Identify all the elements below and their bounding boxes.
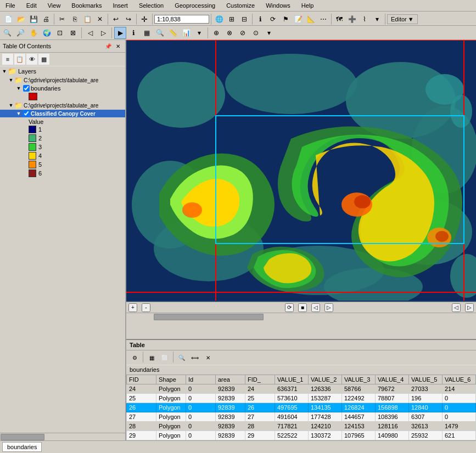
table-scroll-area[interactable]: FID Shape Id area FID_ VALUE_1 VALUE_2 V… [126,375,476,440]
more2-btn[interactable]: ▾ [371,13,383,25]
boundaries-checkbox[interactable] [23,85,30,92]
more3-btn[interactable]: ▾ [193,27,205,39]
flag-btn[interactable]: ⚑ [279,13,292,25]
folder1-expander[interactable]: ▼ [8,77,14,83]
zoom-full-btn[interactable]: ⊞ [226,13,238,25]
print-btn[interactable]: 🖨 [40,13,52,25]
refresh-btn[interactable]: ⟳ [267,13,279,25]
more4-btn[interactable]: ▾ [263,27,275,39]
menu-customize[interactable]: Customize [223,1,258,10]
folder2-item[interactable]: ▼ 📁 C:\gdrive\projects\tabulate_are [0,101,125,110]
globe-btn[interactable]: 🌐 [213,13,225,25]
menu-windows[interactable]: Windows [262,1,294,10]
more-btn[interactable]: ⋯ [317,13,329,25]
snap4-btn[interactable]: ⊙ [250,27,262,39]
menu-insert[interactable]: Insert [109,1,131,10]
table-clear-btn[interactable]: ⬜ [159,352,171,364]
map-progress-btn[interactable]: ◁ [311,303,320,312]
toc-select-btn[interactable]: ▦ [38,54,49,65]
table-row[interactable]: 24Polygon0928392463637112633658766796722… [127,384,476,394]
copy-btn[interactable]: ⎘ [69,13,81,25]
open-btn[interactable]: 📂 [15,13,27,25]
add-pt-btn[interactable]: ➕ [346,13,358,25]
fwd-btn[interactable]: ▷ [97,27,109,39]
table-zoom-btn[interactable]: 🔍 [176,352,188,364]
measure2-btn[interactable]: 📏 [167,27,179,39]
note-btn[interactable]: 📝 [292,13,304,25]
snap1-btn[interactable]: ⊕ [210,27,222,39]
table-delete-btn[interactable]: ✕ [202,352,214,364]
table-options-btn[interactable]: ⚙ [128,352,141,364]
menu-file[interactable]: File [2,1,19,10]
pan-btn[interactable]: ✋ [27,27,40,39]
measure-btn[interactable]: 📐 [305,13,317,25]
delete-btn[interactable]: ✕ [94,13,106,25]
graph-btn[interactable]: 📊 [180,27,192,39]
info-btn[interactable]: ℹ [127,27,139,39]
new-btn[interactable]: 📄 [2,13,14,25]
table-row[interactable]: 26Polygon0928392649769513413512682415689… [127,403,476,412]
menu-geoprocessing[interactable]: Geoprocessing [171,1,219,10]
table-select-btn[interactable]: ▦ [145,352,158,364]
map-canvas[interactable] [126,40,476,302]
back-btn[interactable]: ◁ [84,27,96,39]
undo-btn[interactable]: ↩ [110,13,122,25]
layers-expander[interactable]: ▼ [1,68,8,75]
map-hscroll-thumb[interactable] [154,314,264,320]
folder1-item[interactable]: ▼ 📁 C:\gdrive\projects\tabulate_are [0,76,125,84]
toc-list-btn[interactable]: ≡ [2,54,13,65]
find-btn[interactable]: 🔍 [154,27,166,39]
add-ln-btn[interactable]: ⌇ [359,13,371,25]
menu-bookmarks[interactable]: Bookmarks [68,1,105,10]
select2-btn[interactable]: ▦ [141,27,153,39]
toc-source-btn[interactable]: 📋 [14,54,25,65]
redo-btn[interactable]: ↪ [122,13,135,25]
scale-input[interactable] [154,15,209,24]
select-btn[interactable]: ▶ [114,27,126,39]
zoom-extent-btn[interactable]: ⊡ [54,27,66,39]
table-row[interactable]: 28Polygon0928392871782112421012415312811… [127,422,476,431]
menu-help[interactable]: Help [298,1,317,10]
map-nav-back[interactable]: ◁ [452,303,461,312]
table-switch-btn[interactable]: ⟺ [189,352,201,364]
toc-visibility-btn[interactable]: 👁 [26,54,37,65]
canopy-expander[interactable]: ▼ [15,110,22,117]
menu-edit[interactable]: Edit [23,1,40,10]
move-btn[interactable]: ✛ [138,13,150,25]
map-refresh-btn[interactable]: ⟳ [285,303,294,312]
table-row[interactable]: 29Polygon0928392952252213037210796514098… [127,431,476,440]
zoom-full2-btn[interactable]: ⊟ [238,13,250,25]
boundaries-item[interactable]: ▼ boundaries [0,84,125,92]
map-stop-btn[interactable]: ■ [298,303,307,312]
menu-view[interactable]: View [44,1,64,10]
zoom-extent2-btn[interactable]: ⊠ [67,27,79,39]
paste-btn[interactable]: 📋 [81,13,93,25]
globe2-btn[interactable]: 🌍 [41,27,53,39]
menu-selection[interactable]: Selection [136,1,167,10]
canopy-item[interactable]: ▼ Classified Canopy Cover [0,110,125,117]
route-btn[interactable]: 🗺 [333,13,345,25]
layers-root[interactable]: ▼ 📁 Layers [0,66,125,76]
snap2-btn[interactable]: ⊗ [223,27,236,39]
map-zoom-out-btn[interactable]: - [142,303,150,312]
toc-scrollbar[interactable] [0,433,125,440]
folder2-expander[interactable]: ▼ [8,102,14,109]
toc-close-btn[interactable]: ✕ [114,42,122,50]
canopy-checkbox[interactable] [23,110,30,117]
toc-pin-btn[interactable]: 📌 [104,42,113,50]
zoom-out-btn[interactable]: 🔎 [14,27,26,39]
table-row[interactable]: 27Polygon0928392749160417742814465710839… [127,412,476,422]
zoom-in-btn[interactable]: 🔍 [1,27,13,39]
toc-scroll-thumb[interactable] [1,434,44,440]
cut-btn[interactable]: ✂ [56,13,68,25]
snap3-btn[interactable]: ⊘ [237,27,249,39]
map-nav-fwd[interactable]: ▷ [465,303,474,312]
identify-btn[interactable]: ℹ [254,13,266,25]
bottom-tab[interactable]: boundaries [2,442,42,452]
save-btn[interactable]: 💾 [27,13,40,25]
map-forward-btn[interactable]: ▷ [324,303,333,312]
map-zoom-in-btn[interactable]: + [128,303,137,312]
table-row[interactable]: 25Polygon0928392557361015328712249278807… [127,394,476,403]
editor-button[interactable]: Editor ▼ [387,14,418,24]
map-hscroll[interactable] [126,313,476,320]
